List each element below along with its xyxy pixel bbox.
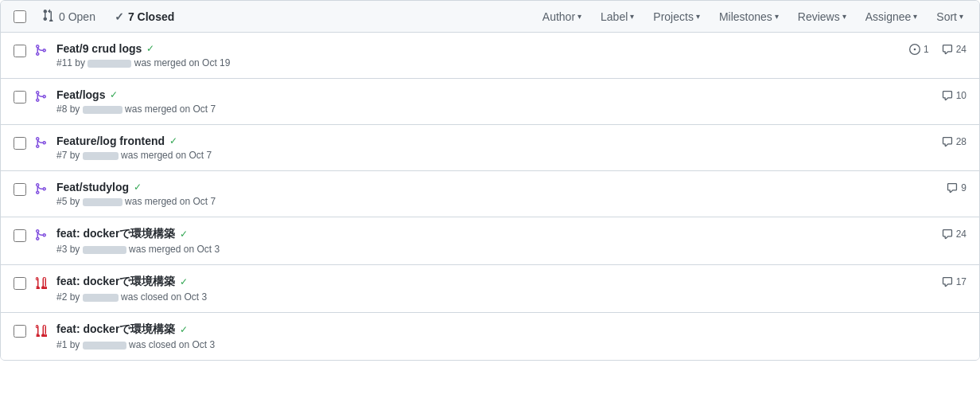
table-row: feat: dockerで環境構築 ✓ #3 by was merged on … <box>1 217 979 265</box>
select-all-checkbox[interactable] <box>14 10 26 23</box>
pr-content: Feat/studylog ✓ #5 by was merged on Oct … <box>56 181 939 207</box>
merged-icon <box>34 44 49 59</box>
pr-right: 1 24 <box>909 44 966 55</box>
pr-meta: #5 by was merged on Oct 7 <box>56 196 939 207</box>
pr-title[interactable]: Feat/studylog <box>56 181 129 193</box>
comment-count: 24 <box>942 229 966 240</box>
pr-right: 24 <box>942 229 966 240</box>
verified-icon: ✓ <box>169 135 177 146</box>
label-label: Label <box>601 10 628 23</box>
pr-checkbox[interactable] <box>14 325 26 338</box>
table-row: feat: dockerで環境構築 ✓ #2 by was closed on … <box>1 265 979 313</box>
comment-count: 28 <box>942 136 966 147</box>
pr-content: feat: dockerで環境構築 ✓ #3 by was merged on … <box>56 227 934 255</box>
pr-content: feat: dockerで環境構築 ✓ #2 by was closed on … <box>56 275 934 303</box>
author-filter[interactable]: Author ▾ <box>539 9 585 25</box>
closed-icon <box>34 324 49 339</box>
pr-content: feat: dockerで環境構築 ✓ #1 by was closed on … <box>56 322 959 350</box>
reviews-label: Reviews <box>798 10 840 23</box>
pr-author <box>83 198 122 206</box>
closed-icon <box>34 276 49 291</box>
issue-count: 1 <box>909 44 929 55</box>
check-icon: ✓ <box>115 10 124 23</box>
author-label: Author <box>542 10 575 23</box>
tab-open-label: 0 Open <box>59 10 95 23</box>
pr-meta: #1 by was closed on Oct 3 <box>56 339 959 350</box>
pr-author <box>83 152 119 160</box>
pr-icon <box>42 9 55 24</box>
pr-meta: #7 by was merged on Oct 7 <box>56 150 934 161</box>
table-row: Feat/9 crud logs ✓ #11 by was merged on … <box>1 33 979 79</box>
pr-author <box>83 342 126 350</box>
pr-checkbox[interactable] <box>14 137 26 150</box>
pr-title[interactable]: Feature/log frontend <box>56 135 165 147</box>
author-caret-icon: ▾ <box>578 12 581 21</box>
comment-count: 17 <box>942 276 966 287</box>
comment-count: 24 <box>942 44 966 55</box>
label-filter[interactable]: Label ▾ <box>597 9 637 25</box>
projects-filter[interactable]: Projects ▾ <box>650 9 703 25</box>
toolbar: 0 Open ✓ 7 Closed Author ▾ Label ▾ Proje… <box>1 1 979 33</box>
assignee-filter[interactable]: Assignee ▾ <box>862 9 921 25</box>
reviews-caret-icon: ▾ <box>842 12 846 21</box>
pr-right: 17 <box>942 276 966 287</box>
comment-count: 9 <box>947 182 966 193</box>
verified-icon: ✓ <box>134 182 142 193</box>
pr-meta: #3 by was merged on Oct 3 <box>56 244 934 255</box>
pr-list: Feat/9 crud logs ✓ #11 by was merged on … <box>1 33 979 360</box>
pr-title[interactable]: feat: dockerで環境構築 <box>56 275 175 289</box>
pr-right: 9 <box>947 182 966 193</box>
milestones-caret-icon: ▾ <box>775 12 779 21</box>
pr-title[interactable]: feat: dockerで環境構築 <box>56 227 175 241</box>
verified-icon: ✓ <box>180 229 188 240</box>
toolbar-left: 0 Open ✓ 7 Closed <box>14 7 539 25</box>
pr-checkbox[interactable] <box>14 229 26 242</box>
pr-checkbox[interactable] <box>14 91 26 104</box>
sort-label: Sort <box>936 10 957 23</box>
label-caret-icon: ▾ <box>630 12 634 21</box>
verified-icon: ✓ <box>180 276 188 287</box>
pr-author <box>83 294 119 302</box>
pr-author <box>83 246 126 254</box>
pr-right: 10 <box>942 90 966 101</box>
milestones-filter[interactable]: Milestones ▾ <box>716 9 782 25</box>
pr-title[interactable]: Feat/9 crud logs <box>56 42 142 55</box>
pr-checkbox[interactable] <box>14 277 26 290</box>
merged-icon <box>34 182 49 197</box>
tab-closed[interactable]: ✓ 7 Closed <box>111 9 177 25</box>
toolbar-right: Author ▾ Label ▾ Projects ▾ Milestones ▾… <box>539 9 966 25</box>
comment-count: 10 <box>942 90 966 101</box>
verified-icon: ✓ <box>180 324 188 335</box>
pr-author <box>83 106 122 114</box>
pr-checkbox[interactable] <box>14 45 26 57</box>
pr-content: Feat/logs ✓ #8 by was merged on Oct 7 <box>56 88 934 115</box>
tab-open[interactable]: 0 Open <box>39 7 99 25</box>
table-row: Feat/studylog ✓ #5 by was merged on Oct … <box>1 171 979 217</box>
pr-title[interactable]: feat: dockerで環境構築 <box>56 322 175 337</box>
table-row: Feat/logs ✓ #8 by was merged on Oct 7 10 <box>1 79 979 125</box>
merged-icon <box>34 229 49 244</box>
pr-right: 28 <box>942 136 966 147</box>
sort-caret-icon: ▾ <box>959 12 963 21</box>
pr-content: Feat/9 crud logs ✓ #11 by was merged on … <box>56 42 901 68</box>
pr-meta: #11 by was merged on Oct 19 <box>56 57 901 68</box>
assignee-label: Assignee <box>865 10 912 23</box>
milestones-label: Milestones <box>719 10 772 23</box>
tab-closed-label: 7 Closed <box>128 10 174 23</box>
verified-icon: ✓ <box>110 89 118 100</box>
pr-content: Feature/log frontend ✓ #7 by was merged … <box>56 135 934 161</box>
table-row: Feature/log frontend ✓ #7 by was merged … <box>1 125 979 171</box>
assignee-caret-icon: ▾ <box>913 12 917 21</box>
pr-meta: #8 by was merged on Oct 7 <box>56 104 934 115</box>
pr-author <box>88 60 131 68</box>
projects-caret-icon: ▾ <box>696 12 700 21</box>
pr-checkbox[interactable] <box>14 183 26 196</box>
merged-icon <box>34 90 49 105</box>
pr-title[interactable]: Feat/logs <box>56 88 105 101</box>
merged-icon <box>34 136 49 151</box>
verified-icon: ✓ <box>146 43 154 54</box>
reviews-filter[interactable]: Reviews ▾ <box>795 9 850 25</box>
projects-label: Projects <box>653 10 694 23</box>
table-row: feat: dockerで環境構築 ✓ #1 by was closed on … <box>1 313 979 360</box>
sort-filter[interactable]: Sort ▾ <box>933 9 966 25</box>
